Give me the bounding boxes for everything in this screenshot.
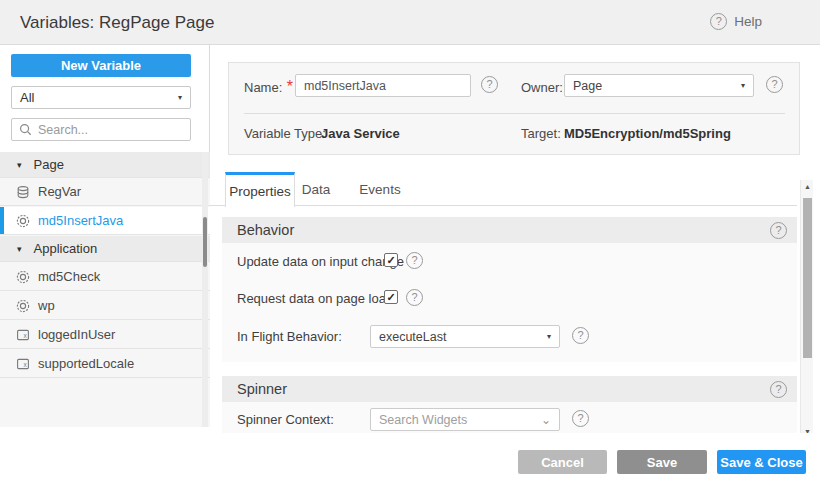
caret-down-icon: ▾ [547,332,551,341]
request-data-label: Request data on page load [237,291,393,306]
form-divider [244,113,785,114]
tree-item-loggedinuser[interactable]: x loggedInUser [0,321,210,349]
java-service-icon [15,269,31,285]
selected-indicator [0,207,4,234]
inflight-label: In Flight Behavior: [237,329,342,344]
variable-type-label: Variable Type: [244,126,326,141]
behavior-section-header: Behavior ? [222,217,797,243]
caret-down-icon: ▾ [741,81,745,90]
target-label: Target: [521,126,561,141]
sidebar-scrollbar-track[interactable] [202,152,208,427]
variable-type-value: Java Service [321,126,400,141]
svg-text:x: x [23,361,27,368]
static-variable-icon: x [15,327,31,343]
inflight-select-value: executeLast [379,330,446,344]
help-link[interactable]: ? Help [710,13,762,30]
variable-filter-value: All [20,90,34,105]
required-asterisk: * [287,78,293,95]
spinner-section-title: Spinner [237,381,287,397]
tree-item-wp[interactable]: wp [0,292,210,320]
inflight-help-icon[interactable]: ? [572,327,589,344]
static-variable-icon: x [15,356,31,372]
save-button[interactable]: Save [617,450,707,474]
properties-tab-content: Behavior ? Update data on input change ✓… [210,206,798,433]
caret-down-icon: ▾ [17,244,22,254]
java-service-icon [15,213,31,229]
variables-tree: ▾ Page RegVar md5InsertJava ▾ Applicatio… [0,152,210,427]
spinner-context-row: Spinner Context: [237,412,334,427]
svg-text:x: x [23,332,27,339]
tree-group-application[interactable]: ▾ Application [0,236,210,262]
spinner-section: Spinner ? Spinner Context: Search Widget… [222,376,797,433]
variable-search-box[interactable] [11,118,191,141]
save-and-close-button[interactable]: Save & Close [717,450,806,474]
inflight-row: In Flight Behavior: [237,329,342,344]
dialog-header: Variables: RegPage Page ? Help [0,0,820,45]
dialog-footer: Cancel Save Save & Close [210,433,820,487]
help-label: Help [734,14,762,29]
tree-item-regvar[interactable]: RegVar [0,178,210,206]
java-service-icon [15,298,31,314]
search-icon [19,123,32,136]
spinner-context-help-icon[interactable]: ? [572,410,589,427]
inflight-select[interactable]: executeLast ▾ [370,325,560,348]
page-title: Variables: RegPage Page [20,13,214,33]
sidebar-scrollbar-thumb[interactable] [203,217,207,267]
spinner-context-combobox[interactable]: Search Widgets ⌄ [370,408,560,431]
content-scrollbar[interactable]: ▲ ▼ [800,180,813,437]
update-data-help-icon[interactable]: ? [406,252,423,269]
name-label: Name: [244,80,282,95]
name-label-wrap: Name: * [244,78,293,96]
search-input[interactable] [38,123,168,137]
caret-down-icon: ▾ [178,93,182,102]
target-value: MD5Encryption/md5Spring [564,126,731,141]
behavior-help-icon[interactable]: ? [770,222,787,239]
owner-select[interactable]: Page ▾ [564,74,754,97]
spinner-help-icon[interactable]: ? [770,381,787,398]
update-data-checkbox[interactable]: ✓ [384,253,398,267]
tree-item-label: RegVar [38,184,81,199]
spinner-section-header: Spinner ? [222,376,797,402]
tree-group-page[interactable]: ▾ Page [0,152,210,178]
live-variable-icon [15,184,31,200]
tab-properties[interactable]: Properties [225,172,295,207]
tree-item-label: supportedLocale [38,356,134,371]
spinner-context-label: Spinner Context: [237,412,334,427]
request-data-checkbox[interactable]: ✓ [384,290,398,304]
spinner-context-placeholder: Search Widgets [379,413,467,427]
update-data-row: Update data on input change [237,254,404,269]
chevron-down-icon: ⌄ [541,417,551,423]
content-scrollbar-thumb[interactable] [803,198,812,358]
tree-group-label: Page [34,157,64,172]
variables-sidebar: New Variable All ▾ ▾ Page RegVar md5Inse… [0,45,210,427]
owner-select-value: Page [573,79,602,93]
variable-filter-select[interactable]: All ▾ [11,86,191,109]
tree-item-label: md5Check [38,269,100,284]
request-data-row: Request data on page load [237,291,393,306]
cancel-button[interactable]: Cancel [518,450,607,474]
help-icon: ? [710,13,727,30]
owner-label: Owner: [521,80,563,95]
tree-item-label: loggedInUser [38,327,115,342]
request-data-help-icon[interactable]: ? [406,289,423,306]
caret-down-icon: ▾ [17,160,22,170]
scroll-up-icon[interactable]: ▲ [801,180,814,192]
tree-item-label: md5InsertJava [38,213,123,228]
new-variable-button[interactable]: New Variable [11,54,191,77]
owner-help-icon[interactable]: ? [766,76,783,93]
update-data-label: Update data on input change [237,254,404,269]
name-help-icon[interactable]: ? [481,76,498,93]
tree-group-label: Application [34,241,98,256]
behavior-section-title: Behavior [237,222,294,238]
variable-summary-panel: Name: * ? Owner: * Page ▾ ? Variable Typ… [228,62,800,155]
behavior-section-body: Update data on input change ✓ ? Request … [222,243,797,362]
tab-events[interactable]: Events [352,172,408,206]
behavior-section: Behavior ? Update data on input change ✓… [222,217,797,362]
tree-item-label: wp [38,298,55,313]
tab-data[interactable]: Data [294,172,338,206]
spinner-section-body: Spinner Context: Search Widgets ⌄ ? [222,402,797,433]
tree-item-md5check[interactable]: md5Check [0,263,210,291]
tree-item-supportedlocale[interactable]: x supportedLocale [0,350,210,378]
tree-item-md5insertjava[interactable]: md5InsertJava [0,207,210,235]
name-input[interactable] [295,74,471,97]
